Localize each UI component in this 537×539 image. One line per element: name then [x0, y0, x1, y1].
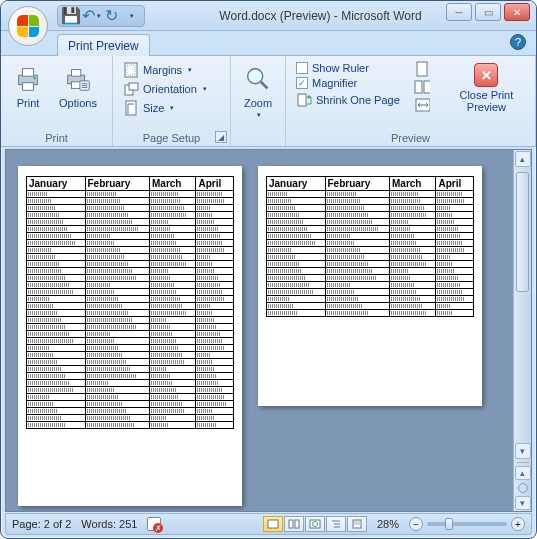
checkbox-icon: [296, 62, 308, 74]
qat-customize[interactable]: ▾: [122, 7, 140, 25]
close-window-button[interactable]: ✕: [504, 3, 530, 21]
orientation-button[interactable]: Orientation▾: [119, 80, 211, 98]
select-browse-object-button[interactable]: [518, 483, 528, 493]
svg-rect-5: [71, 70, 80, 77]
redo-button[interactable]: ↻: [102, 7, 120, 25]
zoom-percent[interactable]: 28%: [377, 518, 399, 530]
table-row: [27, 415, 234, 422]
table-row: [27, 275, 234, 282]
draft-view[interactable]: [347, 516, 367, 532]
table-row: [27, 212, 234, 219]
table-header: April: [196, 177, 234, 191]
table-row: [267, 212, 474, 219]
zoom-label: Zoom: [244, 97, 272, 109]
document-area: JanuaryFebruaryMarchApril JanuaryFebruar…: [5, 149, 532, 512]
outline-view[interactable]: [326, 516, 346, 532]
table-row: [27, 401, 234, 408]
web-layout-view[interactable]: [305, 516, 325, 532]
table-row: [267, 296, 474, 303]
svg-rect-27: [295, 520, 299, 528]
scroll-down-button[interactable]: ▾: [515, 443, 531, 459]
margins-label: Margins: [143, 64, 182, 76]
full-screen-reading-view[interactable]: [284, 516, 304, 532]
page-1: JanuaryFebruaryMarchApril: [18, 166, 242, 506]
table-header: February: [325, 177, 390, 191]
table-row: [27, 387, 234, 394]
table-row: [27, 205, 234, 212]
page-setup-launcher[interactable]: ◢: [215, 131, 227, 143]
undo-button[interactable]: ↶▾: [82, 7, 100, 25]
scroll-up-button[interactable]: ▴: [515, 151, 531, 167]
prev-page-button[interactable]: ▴: [515, 466, 531, 480]
two-pages-icon[interactable]: [414, 79, 430, 95]
page-width-icon[interactable]: [414, 97, 430, 113]
zoom-out-button[interactable]: −: [409, 517, 423, 531]
svg-rect-26: [289, 520, 293, 528]
table-header: April: [436, 177, 474, 191]
next-page-button[interactable]: ▾: [515, 496, 531, 510]
svg-rect-21: [417, 62, 427, 76]
table-row: [27, 394, 234, 401]
svg-rect-22: [415, 81, 422, 93]
options-button[interactable]: Options: [55, 59, 101, 109]
table-row: [27, 289, 234, 296]
magnifier-toggle[interactable]: ✓ Magnifier: [292, 76, 404, 90]
print-layout-view[interactable]: [263, 516, 283, 532]
document-viewport[interactable]: JanuaryFebruaryMarchApril JanuaryFebruar…: [6, 150, 513, 511]
margins-button[interactable]: Margins▾: [119, 61, 211, 79]
table-row: [267, 310, 474, 317]
show-ruler-toggle[interactable]: Show Ruler: [292, 61, 404, 75]
print-label: Print: [17, 97, 40, 109]
page-2: JanuaryFebruaryMarchApril: [258, 166, 482, 406]
table-row: [27, 240, 234, 247]
undo-icon: ↶: [82, 8, 95, 24]
table-row: [27, 345, 234, 352]
save-button[interactable]: 💾: [62, 7, 80, 25]
table-row: [27, 296, 234, 303]
one-page-icon[interactable]: [414, 61, 430, 77]
size-button[interactable]: Size▾: [119, 99, 211, 117]
table-row: [27, 422, 234, 429]
page-indicator[interactable]: Page: 2 of 2: [12, 518, 71, 530]
table-row: [267, 247, 474, 254]
table-row: [27, 408, 234, 415]
table-row: [27, 282, 234, 289]
table-row: [27, 373, 234, 380]
zoom-track[interactable]: [427, 522, 507, 526]
zoom-slider: − +: [409, 517, 525, 531]
maximize-button[interactable]: ▭: [475, 3, 501, 21]
zoom-thumb[interactable]: [445, 518, 453, 530]
table-row: [267, 261, 474, 268]
tab-print-preview[interactable]: Print Preview: [57, 34, 150, 56]
zoom-in-button[interactable]: +: [511, 517, 525, 531]
svg-rect-25: [268, 520, 278, 528]
table-row: [267, 282, 474, 289]
redo-icon: ↻: [103, 8, 119, 24]
scroll-thumb[interactable]: [516, 172, 529, 292]
vertical-scrollbar[interactable]: ▴ ▾ ▴ ▾: [513, 150, 531, 511]
shrink-one-page-button[interactable]: Shrink One Page: [292, 91, 404, 109]
table-row: [27, 380, 234, 387]
table-row: [27, 352, 234, 359]
titlebar: 💾 ↶▾ ↻ ▾ Word.docx (Preview) - Microsoft…: [1, 1, 536, 31]
page2-table: JanuaryFebruaryMarchApril: [266, 176, 474, 317]
scroll-track[interactable]: [514, 168, 531, 442]
table-row: [267, 233, 474, 240]
office-button[interactable]: [8, 6, 48, 46]
table-row: [267, 219, 474, 226]
proofing-errors-icon[interactable]: [147, 517, 161, 531]
zoom-button[interactable]: Zoom ▾: [237, 59, 279, 119]
svg-rect-2: [22, 83, 33, 91]
help-button[interactable]: ?: [510, 34, 526, 50]
group-page-setup-title: Page Setup: [119, 130, 224, 146]
table-row: [267, 289, 474, 296]
svg-rect-20: [298, 94, 306, 106]
table-header: February: [85, 177, 150, 191]
print-button[interactable]: Print: [7, 59, 49, 109]
table-row: [267, 268, 474, 275]
magnifier-label: Magnifier: [312, 77, 357, 89]
minimize-button[interactable]: ─: [446, 3, 472, 21]
word-count[interactable]: Words: 251: [81, 518, 137, 530]
close-preview-label: Close Print Preview: [448, 89, 525, 113]
close-print-preview-button[interactable]: ✕ Close Print Preview: [444, 59, 529, 113]
